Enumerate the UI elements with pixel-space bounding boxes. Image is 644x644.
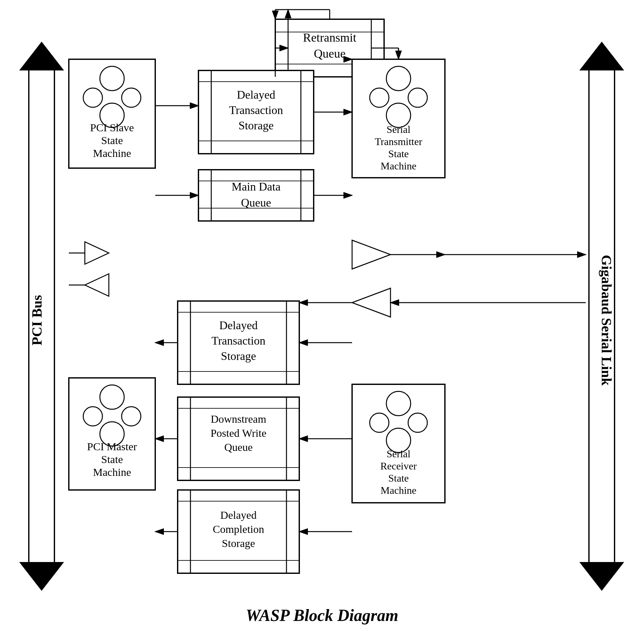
svg-text:Queue: Queue xyxy=(224,441,253,453)
svg-text:State: State xyxy=(101,454,123,465)
svg-text:Transmitter: Transmitter xyxy=(375,136,423,147)
svg-text:State: State xyxy=(388,148,409,159)
svg-text:Transaction: Transaction xyxy=(212,334,266,347)
gigabaud-label: Gigabaud Serial Link xyxy=(599,255,614,386)
diagram-container: PCI Bus Gigabaud Serial Link Retransmit … xyxy=(0,0,644,644)
svg-text:Transaction: Transaction xyxy=(229,104,283,117)
svg-text:Storage: Storage xyxy=(221,350,256,363)
svg-text:Receiver: Receiver xyxy=(380,460,417,472)
svg-marker-6 xyxy=(19,562,64,591)
svg-marker-49 xyxy=(352,240,390,269)
svg-text:Posted Write: Posted Write xyxy=(211,427,267,439)
svg-text:Queue: Queue xyxy=(241,196,271,209)
svg-text:Downstream: Downstream xyxy=(211,413,266,425)
svg-text:Machine: Machine xyxy=(381,160,416,172)
svg-text:Main Data: Main Data xyxy=(232,180,281,193)
diagram-title: WASP Block Diagram xyxy=(0,606,644,625)
svg-point-33 xyxy=(100,66,124,91)
svg-marker-9 xyxy=(579,562,624,591)
svg-text:Machine: Machine xyxy=(93,466,131,478)
svg-text:Serial: Serial xyxy=(387,448,411,460)
svg-text:Serial: Serial xyxy=(387,124,411,135)
svg-text:Completion: Completion xyxy=(213,523,264,535)
svg-text:PCI Slave: PCI Slave xyxy=(90,122,134,133)
svg-marker-5 xyxy=(19,42,64,70)
svg-point-42 xyxy=(370,88,389,107)
svg-text:Machine: Machine xyxy=(93,147,131,159)
svg-text:State: State xyxy=(101,134,123,146)
svg-text:Delayed: Delayed xyxy=(219,319,258,332)
svg-point-78 xyxy=(122,407,141,426)
svg-point-77 xyxy=(83,407,102,426)
svg-text:Storage: Storage xyxy=(222,537,255,549)
svg-text:Storage: Storage xyxy=(238,119,274,132)
svg-rect-25 xyxy=(198,170,314,221)
svg-point-41 xyxy=(386,66,411,91)
svg-text:Retransmit: Retransmit xyxy=(303,31,357,44)
svg-marker-112 xyxy=(85,242,109,264)
svg-text:PCI Master: PCI Master xyxy=(87,441,137,453)
svg-point-85 xyxy=(370,413,389,432)
svg-marker-50 xyxy=(352,288,390,317)
svg-point-76 xyxy=(100,385,124,409)
svg-text:Machine: Machine xyxy=(381,485,416,496)
svg-marker-8 xyxy=(579,42,624,70)
svg-text:State: State xyxy=(388,472,409,484)
svg-point-43 xyxy=(408,88,427,107)
svg-text:Queue: Queue xyxy=(314,47,345,60)
svg-text:Delayed: Delayed xyxy=(237,88,275,101)
svg-text:Delayed: Delayed xyxy=(220,509,256,521)
svg-point-34 xyxy=(83,88,102,107)
pci-bus-label: PCI Bus xyxy=(29,295,45,346)
svg-marker-113 xyxy=(85,274,109,296)
svg-point-86 xyxy=(408,413,427,432)
svg-point-84 xyxy=(386,391,411,416)
svg-point-35 xyxy=(122,88,141,107)
